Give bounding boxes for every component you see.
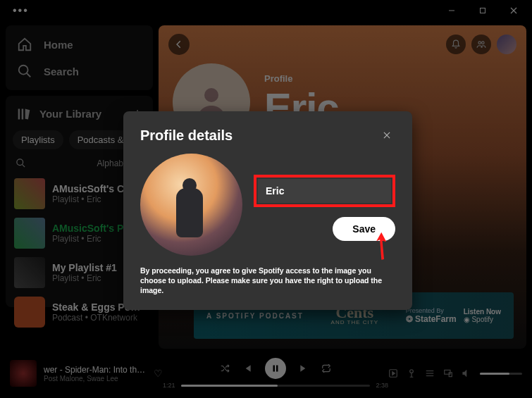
modal-title: Profile details [140, 128, 233, 144]
annotation-highlight [254, 175, 395, 207]
profile-name-input[interactable] [258, 179, 391, 203]
profile-details-modal: Profile details Save By proceeding, you … [123, 111, 412, 310]
close-icon [382, 130, 392, 140]
modal-disclaimer: By proceeding, you agree to give Spotify… [140, 266, 395, 296]
modal-close-button[interactable] [378, 127, 395, 144]
modal-avatar-picker[interactable] [140, 154, 242, 256]
